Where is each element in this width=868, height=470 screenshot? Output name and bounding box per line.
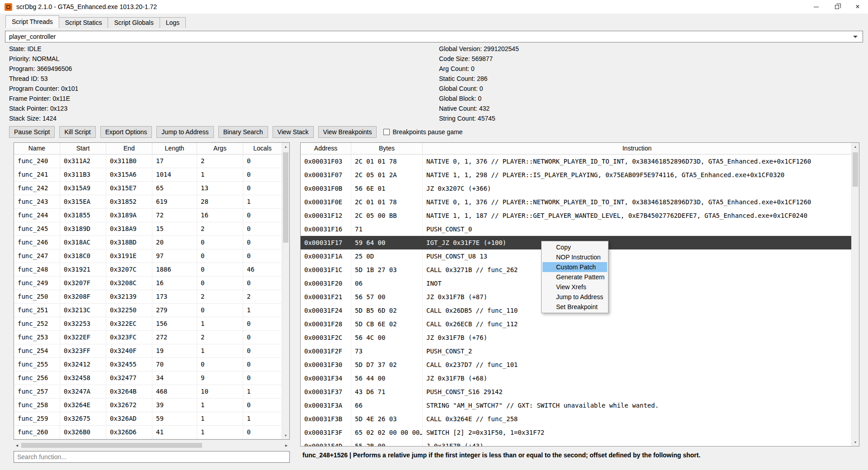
tab-logs[interactable]: Logs xyxy=(160,17,186,28)
export-options-button[interactable]: Export Options xyxy=(100,126,152,138)
column-header-length[interactable]: Length xyxy=(152,143,197,154)
info-line: String Count: 45745 xyxy=(439,113,519,123)
disassembly-vertical-scrollbar[interactable]: ▲ ▼ xyxy=(851,143,859,446)
function-row[interactable]: func_2430x315EA0x31852619281 xyxy=(14,195,282,209)
column-header-end[interactable]: End xyxy=(106,143,152,154)
scroll-down-icon[interactable]: ▼ xyxy=(282,432,289,439)
disassembly-row[interactable]: 0x00031F0B56 6E 01JZ 0x3207C (+366) xyxy=(301,182,851,195)
function-row[interactable]: func_2450x3189D0x318A91520 xyxy=(14,222,282,236)
function-cell: func_260 xyxy=(14,426,60,439)
disassembly-row[interactable]: 0x00031F3743 D6 71PUSH_CONST_S16 29142 xyxy=(301,385,851,399)
column-header-address[interactable]: Address xyxy=(301,143,351,154)
function-row[interactable]: func_2580x3264E0x326723910 xyxy=(14,399,282,412)
disassembly-row[interactable]: 0x00031F3B5D 4E 26 03CALL 0x3264E // fun… xyxy=(301,412,851,426)
search-function-input[interactable] xyxy=(14,451,290,463)
disassembly-bytes: 2C 05 00 BB xyxy=(351,209,423,222)
function-row[interactable]: func_2560x324580x324773490 xyxy=(14,371,282,385)
function-row[interactable]: func_2600x326B00x326D64110 xyxy=(14,426,282,439)
function-cell: 0x32458 xyxy=(60,371,106,385)
function-row[interactable]: func_2490x3207F0x3208C1600 xyxy=(14,277,282,290)
disassembly-instruction: CALL 0x3271B // func_262 xyxy=(423,263,851,277)
column-header-locals[interactable]: Locals xyxy=(243,143,282,154)
menu-item-set-breakpoint[interactable]: Set Breakpoint xyxy=(542,302,607,312)
disassembly-row[interactable]: 0x00031F3456 44 00JZ 0x31F7B (+68) xyxy=(301,371,851,385)
column-header-args[interactable]: Args xyxy=(197,143,243,154)
disassembly-row[interactable]: 0x00031F072C 05 01 2ANATIVE 1, 1, 298 //… xyxy=(301,168,851,182)
function-row[interactable]: func_2400x311A20x311B01720 xyxy=(14,155,282,168)
column-header-start[interactable]: Start xyxy=(60,143,106,154)
function-row[interactable]: func_2410x311B30x315A6101410 xyxy=(14,168,282,182)
disassembly-row[interactable]: 0x00031F305D D7 37 02CALL 0x237D7 // fun… xyxy=(301,358,851,371)
view-breakpoints-button[interactable]: View Breakpoints xyxy=(318,126,377,138)
function-row[interactable]: func_2460x318AC0x318BD2000 xyxy=(14,236,282,249)
function-row[interactable]: func_2500x3208F0x3213917322 xyxy=(14,290,282,304)
menu-item-generate-pattern[interactable]: Generate Pattern xyxy=(542,272,607,282)
function-row[interactable]: func_2590x326750x326AD5911 xyxy=(14,412,282,426)
function-row[interactable]: func_2550x324120x324557000 xyxy=(14,358,282,371)
column-header-bytes[interactable]: Bytes xyxy=(351,143,423,154)
function-cell: 1 xyxy=(197,344,243,357)
disassembly-row[interactable]: 0x00031F0E2C 01 01 78NATIVE 0, 1, 376 //… xyxy=(301,195,851,209)
disassembly-row[interactable]: 0x00031F1671PUSH_CONST_0 xyxy=(301,222,851,236)
functions-horizontal-scrollbar[interactable]: ◀ ▶ xyxy=(14,442,290,449)
function-row[interactable]: func_2440x318550x3189A72160 xyxy=(14,209,282,222)
scroll-up-icon[interactable]: ▲ xyxy=(282,143,289,150)
disassembly-row[interactable]: 0x00031F032C 01 01 78NATIVE 0, 1, 376 //… xyxy=(301,155,851,168)
functions-scrollbar-thumb[interactable] xyxy=(283,152,288,243)
menu-item-copy[interactable]: Copy xyxy=(542,242,607,252)
scroll-up-icon[interactable]: ▲ xyxy=(852,143,859,150)
column-header-instruction[interactable]: Instruction xyxy=(423,143,851,154)
jump-to-address-button[interactable]: Jump to Address xyxy=(156,126,213,138)
disassembly-instruction: CALL 0x26DB5 // func_110 xyxy=(423,304,851,317)
binary-search-button[interactable]: Binary Search xyxy=(218,126,268,138)
disassembly-row[interactable]: 0x00031F3A66STRING "AM_H_SWTCH7" // GXT:… xyxy=(301,399,851,412)
disassembly-row[interactable]: 0x00031F2C56 4C 00JZ 0x31F7B (+76) xyxy=(301,331,851,344)
kill-script-button[interactable]: Kill Script xyxy=(59,126,95,138)
function-row[interactable]: func_2540x323FF0x3240F1910 xyxy=(14,344,282,358)
column-header-name[interactable]: Name xyxy=(14,143,60,154)
tab-script-threads[interactable]: Script Threads xyxy=(5,15,59,28)
info-line: Global Block: 0 xyxy=(439,94,519,103)
menu-item-view-xrefs[interactable]: View Xrefs xyxy=(542,282,607,292)
breakpoints-pause-checkbox[interactable] xyxy=(383,129,390,135)
function-row[interactable]: func_2420x315A90x315E765130 xyxy=(14,182,282,195)
tab-script-globals[interactable]: Script Globals xyxy=(108,17,160,28)
view-stack-button[interactable]: View Stack xyxy=(273,126,314,138)
menu-item-nop-instruction[interactable]: NOP Instruction xyxy=(542,252,607,262)
function-cell: func_254 xyxy=(14,344,60,357)
tab-script-statics[interactable]: Script Statics xyxy=(59,17,108,28)
function-cell: 0 xyxy=(243,317,282,330)
function-cell: func_252 xyxy=(14,317,60,330)
disassembly-row[interactable]: 0x00031F4D55 2B 00J 0x31F7B (+43) xyxy=(301,439,851,446)
function-row[interactable]: func_2510x3213C0x3225027901 xyxy=(14,304,282,317)
function-row[interactable]: func_2470x318C00x3191E9700 xyxy=(14,249,282,263)
function-cell: 0x315A6 xyxy=(106,168,152,181)
disassembly-scrollbar-thumb[interactable] xyxy=(853,152,858,187)
function-row[interactable]: func_2520x322530x322EC15610 xyxy=(14,317,282,331)
disassembly-row[interactable]: 0x00031F285D CB 6E 02CALL 0x26ECB // fun… xyxy=(301,317,851,331)
minimize-button[interactable] xyxy=(806,0,826,14)
function-cell: 16 xyxy=(197,209,243,222)
scroll-right-icon[interactable]: ▶ xyxy=(283,442,290,449)
function-row[interactable]: func_2530x322EF0x323FC27220 xyxy=(14,331,282,344)
scroll-down-icon[interactable]: ▼ xyxy=(852,438,859,446)
function-row[interactable]: func_2480x319210x3207C1886046 xyxy=(14,263,282,277)
pause-script-button[interactable]: Pause Script xyxy=(9,126,55,138)
scroll-left-icon[interactable]: ◀ xyxy=(14,442,20,449)
close-button[interactable]: × xyxy=(847,0,868,14)
functions-vertical-scrollbar[interactable]: ▲ ▼ xyxy=(282,143,289,439)
disassembly-address: 0x00031F03 xyxy=(301,155,351,168)
function-cell: 0 xyxy=(197,358,243,371)
disassembly-row[interactable]: 0x00031F122C 05 00 BBNATIVE 1, 1, 187 //… xyxy=(301,209,851,222)
function-cell: 0x3189A xyxy=(106,209,152,222)
function-cell: 0x322EC xyxy=(106,317,152,330)
function-row[interactable]: func_2570x3247A0x3264B468101 xyxy=(14,385,282,399)
menu-item-jump-to-address[interactable]: Jump to Address xyxy=(542,292,607,302)
function-cell: func_240 xyxy=(14,155,60,168)
disassembly-row[interactable]: 0x00031F2F73PUSH_CONST_2 xyxy=(301,344,851,358)
script-selector-combobox[interactable]: player_controller xyxy=(5,31,863,42)
disassembly-row[interactable]: 0x00031F3F65 02 02 00 00 00…SWITCH [2] 2… xyxy=(301,426,851,439)
menu-item-custom-patch[interactable]: Custom Patch xyxy=(542,262,607,272)
restore-button[interactable] xyxy=(826,0,847,14)
functions-hscrollbar-thumb[interactable] xyxy=(21,443,202,448)
